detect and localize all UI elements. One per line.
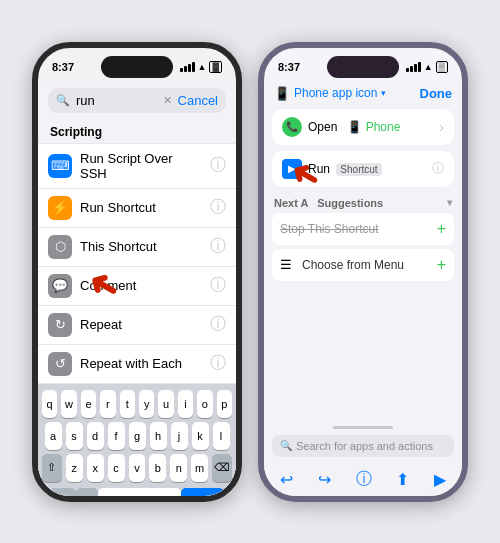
dynamic-island-2	[327, 56, 399, 78]
key-space[interactable]: space	[98, 488, 181, 496]
key-a[interactable]: a	[45, 422, 62, 450]
run-label: Run Shortcut	[308, 162, 382, 176]
run-shortcut-icon-2: ▶	[282, 159, 302, 179]
repeat-info-icon[interactable]: ⓘ	[210, 314, 226, 335]
list-item-ssh[interactable]: ⌨ Run Script Over SSH ⓘ	[38, 143, 236, 189]
search-bar[interactable]: 🔍 run ✕ Cancel	[48, 88, 226, 113]
open-phone-icon: 📞	[282, 117, 302, 137]
key-r[interactable]: r	[100, 390, 115, 418]
run-shortcut-label: Run Shortcut	[80, 200, 202, 215]
search-input[interactable]: run	[76, 93, 157, 108]
key-g[interactable]: g	[129, 422, 146, 450]
list-item-repeat-each[interactable]: ↺ Repeat with Each ⓘ	[38, 345, 236, 384]
keyboard-bottom: 123 ☺ space search	[42, 486, 232, 496]
suggestions-chevron-icon[interactable]: ▾	[447, 197, 452, 208]
keyboard[interactable]: q w e r t y u i o p a s d f g h j k l	[38, 384, 236, 496]
suggestion-stop[interactable]: Stop This Shortcut +	[272, 213, 454, 245]
suggestion-choose-menu[interactable]: ☰ Choose from Menu +	[272, 249, 454, 281]
comment-info-icon[interactable]: ⓘ	[210, 275, 226, 296]
run-shortcut-info-icon[interactable]: ⓘ	[210, 197, 226, 218]
key-i[interactable]: i	[178, 390, 193, 418]
search-clear-icon[interactable]: ✕	[163, 94, 172, 107]
shortcuts-search-icon: 🔍	[280, 440, 292, 451]
repeat-each-info-icon[interactable]: ⓘ	[210, 353, 226, 374]
ssh-label: Run Script Over SSH	[80, 151, 202, 181]
key-s[interactable]: s	[66, 422, 83, 450]
next-suggestions-label: Next A Suggestions	[274, 197, 383, 209]
key-k[interactable]: k	[192, 422, 209, 450]
repeat-icon: ↻	[48, 313, 72, 337]
signal-icon-2	[406, 62, 421, 72]
list-item-run-shortcut[interactable]: ⚡ Run Shortcut ⓘ	[38, 189, 236, 228]
play-icon[interactable]: ▶	[434, 470, 446, 489]
info-icon[interactable]: ⓘ	[356, 469, 372, 490]
battery-icon-2: ▒	[436, 61, 448, 73]
done-button[interactable]: Done	[420, 86, 453, 101]
key-q[interactable]: q	[42, 390, 57, 418]
next-suggestions-header: Next A Suggestions ▾	[272, 193, 454, 213]
time-1: 8:37	[52, 61, 74, 73]
list-item-this-shortcut[interactable]: ⬡ This Shortcut ⓘ	[38, 228, 236, 267]
key-row-3: ⇧ z x c v b n m ⌫	[42, 454, 232, 482]
shortcuts-actions: 📞 Open 📱 Phone › ▶ Run Shortcut ⓘ ➜ Next…	[264, 105, 462, 465]
key-shift[interactable]: ⇧	[42, 454, 62, 482]
share-icon[interactable]: ⬆	[396, 470, 409, 489]
phone1-content: 🔍 run ✕ Cancel Scripting ⌨ Run Script Ov…	[38, 82, 236, 496]
title-chevron-down: ▾	[381, 88, 386, 98]
run-info-icon[interactable]: ⓘ	[432, 160, 444, 177]
repeat-each-icon: ↺	[48, 352, 72, 376]
shortcuts-search-bar[interactable]: 🔍 Search for apps and actions	[272, 435, 454, 457]
key-h[interactable]: h	[150, 422, 167, 450]
key-z[interactable]: z	[66, 454, 83, 482]
key-j[interactable]: j	[171, 422, 188, 450]
action-run-shortcut[interactable]: ▶ Run Shortcut ⓘ	[272, 151, 454, 187]
key-l[interactable]: l	[213, 422, 230, 450]
comment-icon: 💬	[48, 274, 72, 298]
key-t[interactable]: t	[120, 390, 135, 418]
key-p[interactable]: p	[217, 390, 232, 418]
phone-label: 📱 Phone	[347, 120, 400, 134]
key-b[interactable]: b	[149, 454, 166, 482]
key-m[interactable]: m	[191, 454, 208, 482]
comment-label: Comment	[80, 278, 202, 293]
key-w[interactable]: w	[61, 390, 76, 418]
choose-menu-label: Choose from Menu	[302, 258, 431, 272]
list-item-comment[interactable]: 💬 Comment ⓘ	[38, 267, 236, 306]
status-icons-2: ▲ ▒	[406, 61, 448, 73]
key-o[interactable]: o	[197, 390, 212, 418]
this-shortcut-info-icon[interactable]: ⓘ	[210, 236, 226, 257]
section-header-scripting: Scripting	[38, 117, 236, 143]
open-label: Open	[308, 120, 337, 134]
repeat-label: Repeat	[80, 317, 202, 332]
status-icons-1: ▲ ▓	[180, 61, 222, 73]
key-search[interactable]: search	[181, 488, 224, 496]
stop-add-icon[interactable]: +	[437, 220, 446, 238]
key-y[interactable]: y	[139, 390, 154, 418]
choose-menu-add-icon[interactable]: +	[437, 256, 446, 274]
ssh-icon: ⌨	[48, 154, 72, 178]
action-open-phone[interactable]: 📞 Open 📱 Phone ›	[272, 109, 454, 145]
shortcuts-title-group[interactable]: 📱 Phone app icon ▾	[274, 86, 386, 101]
key-u[interactable]: u	[158, 390, 173, 418]
undo-icon[interactable]: ↩	[280, 470, 293, 489]
shortcuts-title: Phone app icon	[294, 86, 377, 100]
key-d[interactable]: d	[87, 422, 104, 450]
key-numbers[interactable]: 123	[50, 488, 76, 496]
cancel-button[interactable]: Cancel	[178, 93, 218, 108]
key-c[interactable]: c	[108, 454, 125, 482]
list-item-repeat[interactable]: ↻ Repeat ⓘ	[38, 306, 236, 345]
key-x[interactable]: x	[87, 454, 104, 482]
key-e[interactable]: e	[81, 390, 96, 418]
key-delete[interactable]: ⌫	[212, 454, 232, 482]
redo-icon[interactable]: ↪	[318, 470, 331, 489]
key-emoji[interactable]: ☺	[76, 488, 98, 496]
key-n[interactable]: n	[170, 454, 187, 482]
battery-icon: ▓	[209, 61, 222, 73]
shortcuts-header: 📱 Phone app icon ▾ Done	[264, 82, 462, 105]
dynamic-island-1	[101, 56, 173, 78]
key-f[interactable]: f	[108, 422, 125, 450]
key-v[interactable]: v	[129, 454, 146, 482]
wifi-icon: ▲	[198, 62, 207, 72]
run-shortcut-icon: ⚡	[48, 196, 72, 220]
ssh-info-icon[interactable]: ⓘ	[210, 155, 226, 176]
